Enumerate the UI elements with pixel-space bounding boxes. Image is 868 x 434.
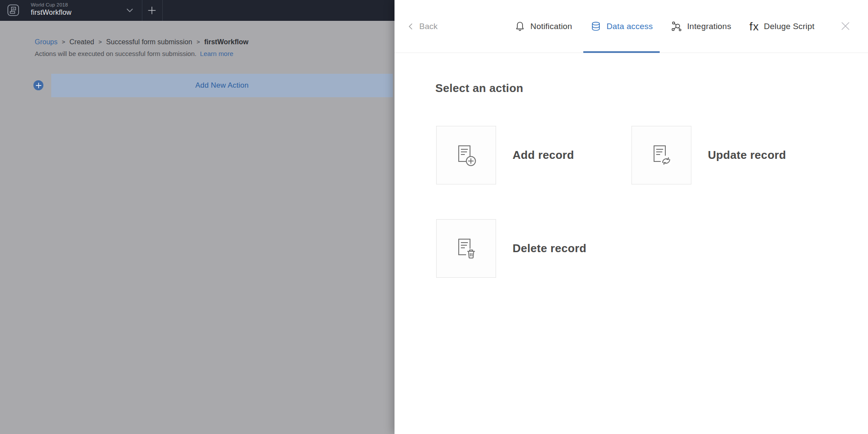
- back-label: Back: [419, 22, 437, 31]
- document-plus-icon: [454, 143, 478, 168]
- learn-more-link[interactable]: Learn more: [200, 50, 233, 57]
- update-record-card[interactable]: [631, 126, 691, 184]
- action-label: Add record: [513, 148, 574, 162]
- nodes-icon: [671, 21, 682, 32]
- breadcrumb: Groups > Created > Successful form submi…: [35, 38, 248, 46]
- action-label: Delete record: [513, 242, 586, 255]
- bell-icon: [514, 21, 526, 32]
- add-workflow-plus-icon[interactable]: [147, 5, 157, 16]
- app-title: World Cup 2018: [31, 2, 72, 8]
- breadcrumb-current-workflow: firstWorkflow: [204, 38, 248, 46]
- tab-label: Data access: [606, 22, 653, 31]
- breadcrumb-event[interactable]: Successful form submission: [106, 38, 192, 46]
- add-record-action[interactable]: Add record: [436, 126, 631, 184]
- workflow-name: firstWorkflow: [31, 8, 72, 17]
- description-text: Actions will be executed on successful f…: [35, 50, 197, 57]
- topbar-divider: [142, 0, 142, 21]
- delete-record-card[interactable]: [436, 219, 496, 278]
- tab-deluge-script[interactable]: fx Deluge Script: [750, 0, 815, 53]
- tab-integrations[interactable]: Integrations: [671, 0, 731, 53]
- workflow-description: Actions will be executed on successful f…: [35, 50, 233, 57]
- add-record-card[interactable]: [436, 126, 496, 184]
- chevron-down-icon[interactable]: [125, 6, 135, 15]
- workflow-title-block: World Cup 2018 firstWorkflow: [31, 2, 72, 17]
- document-refresh-icon: [649, 143, 674, 168]
- add-action-plus-icon[interactable]: [33, 80, 43, 90]
- workflow-topbar: World Cup 2018 firstWorkflow: [0, 0, 395, 21]
- breadcrumb-created[interactable]: Created: [69, 38, 94, 46]
- workflow-app-icon: [7, 4, 19, 16]
- action-label: Update record: [708, 148, 786, 162]
- delete-record-action[interactable]: Delete record: [436, 219, 631, 278]
- tab-label: Integrations: [687, 22, 731, 31]
- breadcrumb-separator: >: [99, 39, 102, 45]
- action-picker-panel: Back Notification: [395, 0, 868, 434]
- back-button[interactable]: Back: [407, 0, 437, 53]
- tab-label: Notification: [530, 22, 572, 31]
- topbar-divider: [162, 0, 163, 21]
- add-new-action-button[interactable]: Add New Action: [51, 74, 393, 97]
- actions-grid: Add record: [436, 126, 786, 278]
- close-icon[interactable]: [840, 20, 851, 32]
- dimmed-workflow-page: World Cup 2018 firstWorkflow Groups > Cr…: [0, 0, 395, 434]
- fx-icon: fx: [750, 21, 759, 32]
- document-trash-icon: [454, 237, 478, 261]
- panel-header: Back Notification: [395, 0, 868, 53]
- tab-notification[interactable]: Notification: [514, 0, 572, 53]
- chevron-left-icon: [407, 22, 415, 31]
- breadcrumb-separator: >: [62, 39, 65, 45]
- update-record-action[interactable]: Update record: [631, 126, 786, 184]
- breadcrumb-groups-link[interactable]: Groups: [35, 38, 57, 46]
- action-type-tabs: Notification Data access: [514, 0, 815, 53]
- breadcrumb-separator: >: [197, 39, 200, 45]
- database-icon: [590, 21, 602, 32]
- tab-label: Deluge Script: [764, 22, 815, 31]
- tab-data-access[interactable]: Data access: [590, 0, 653, 53]
- panel-heading: Select an action: [435, 82, 523, 95]
